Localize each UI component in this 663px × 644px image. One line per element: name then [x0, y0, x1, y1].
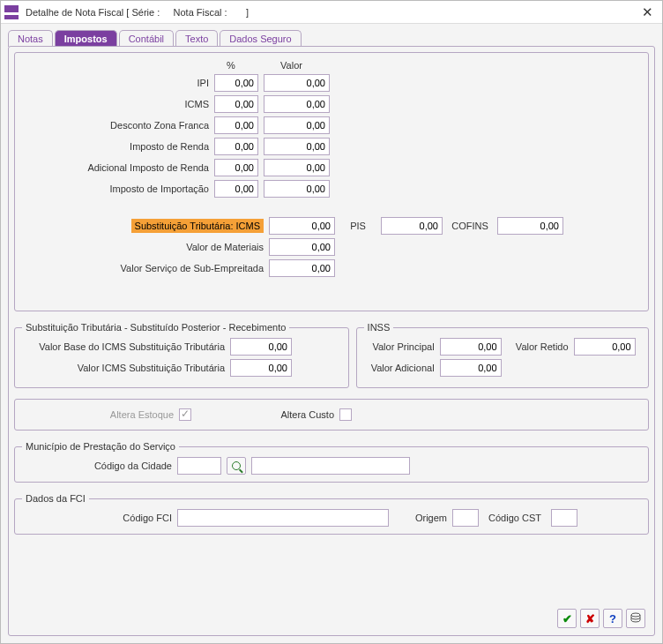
input-origem[interactable]	[452, 509, 479, 527]
group-st-posterior: Substituição Tributária - Substituído Po…	[14, 322, 349, 388]
label-st-icms: Substituição Tributária: ICMS	[131, 219, 264, 233]
svg-point-0	[631, 613, 640, 617]
label-codigo-fci: Código FCI	[22, 513, 172, 523]
label-st-icms-val: Valor ICMS Substituição Tributária	[22, 363, 225, 373]
label-cofins: COFINS	[448, 221, 492, 231]
label-codigo-cst: Código CST	[484, 513, 546, 523]
label-inss-retido: Valor Retido	[507, 341, 569, 352]
input-pis-valor[interactable]	[381, 217, 443, 235]
input-desc-zf-pct[interactable]	[214, 116, 258, 134]
input-st-base[interactable]	[230, 338, 292, 356]
label-ii: Imposto de Importação	[24, 183, 209, 194]
input-inss-adicional[interactable]	[440, 359, 502, 377]
window-title: Detalhe de Nota Fiscal [ Série : Nota Fi…	[26, 7, 637, 18]
input-desc-zf-valor[interactable]	[264, 116, 330, 134]
ok-button[interactable]: ✔	[557, 609, 577, 628]
app-icon	[4, 5, 19, 19]
lookup-cidade-button[interactable]	[227, 457, 246, 475]
input-st-icms-valor[interactable]	[269, 217, 335, 235]
legend-st-posterior: Substituição Tributária - Substituído Po…	[22, 322, 289, 333]
input-valor-servico[interactable]	[269, 259, 335, 277]
sql-button[interactable]	[626, 609, 645, 628]
tab-impostos[interactable]: Impostos	[55, 30, 117, 47]
label-inss-adicional: Valor Adicional	[364, 363, 435, 373]
magnifier-icon	[232, 461, 241, 470]
label-valor-materiais: Valor de Materiais	[24, 242, 264, 252]
input-ii-pct[interactable]	[214, 180, 258, 198]
button-bar: ✔ ✘ ?	[557, 609, 645, 628]
input-codigo-cidade[interactable]	[177, 457, 221, 475]
input-valor-materiais[interactable]	[269, 238, 335, 256]
input-ipi-valor[interactable]	[264, 74, 330, 92]
tab-panel-impostos: % Valor IPI ICMS Desconto Zona Franca Im	[8, 46, 655, 636]
tab-contabil[interactable]: Contábil	[119, 30, 174, 47]
header-pct: %	[209, 60, 253, 71]
header-valor: Valor	[258, 60, 324, 71]
input-ii-valor[interactable]	[264, 180, 330, 198]
legend-inss: INSS	[364, 322, 394, 333]
help-button[interactable]: ?	[603, 609, 622, 628]
input-icms-pct[interactable]	[214, 95, 258, 113]
label-inss-principal: Valor Principal	[364, 341, 435, 352]
close-icon[interactable]: ✕	[637, 4, 659, 20]
label-origem: Origem	[394, 513, 447, 523]
input-inss-principal[interactable]	[440, 338, 502, 356]
tabbar: Notas Impostos Contábil Texto Dados Segu…	[1, 24, 662, 46]
checkbox-altera-estoque[interactable]	[179, 408, 191, 421]
label-altera-custo: Altera Custo	[264, 409, 334, 420]
label-ipi: IPI	[24, 78, 209, 88]
legend-fci: Dados da FCI	[22, 493, 89, 504]
input-adic-ir-valor[interactable]	[264, 159, 330, 176]
input-nome-cidade[interactable]	[251, 457, 410, 475]
input-inss-retido[interactable]	[574, 338, 636, 356]
legend-municipio: Município de Prestação do Serviço	[22, 441, 179, 452]
label-ir: Imposto de Renda	[24, 141, 209, 152]
input-ir-pct[interactable]	[214, 138, 258, 155]
label-icms: ICMS	[24, 99, 209, 109]
tab-dados-seguro[interactable]: Dados Seguro	[220, 30, 301, 47]
input-codigo-cst[interactable]	[551, 509, 577, 527]
label-adic-ir: Adicional Imposto de Renda	[24, 162, 209, 173]
input-codigo-fci[interactable]	[177, 509, 389, 527]
tab-texto[interactable]: Texto	[175, 30, 218, 47]
checkbox-altera-custo[interactable]	[339, 408, 352, 421]
label-desc-zf: Desconto Zona Franca	[24, 120, 209, 131]
titlebar: Detalhe de Nota Fiscal [ Série : Nota Fi…	[1, 1, 662, 24]
label-st-base: Valor Base do ICMS Substituição Tributár…	[22, 341, 225, 352]
database-icon	[629, 612, 642, 625]
input-adic-ir-pct[interactable]	[214, 159, 258, 176]
input-ir-valor[interactable]	[264, 138, 330, 155]
input-icms-valor[interactable]	[264, 95, 330, 113]
label-valor-servico: Valor Serviço de Sub-Empreitada	[24, 263, 264, 273]
input-st-icms-val[interactable]	[230, 359, 292, 377]
tab-notas[interactable]: Notas	[8, 30, 53, 47]
input-cofins-valor[interactable]	[497, 217, 563, 235]
input-ipi-pct[interactable]	[214, 74, 258, 92]
label-codigo-cidade: Código da Cidade	[22, 461, 172, 471]
group-inss: INSS Valor Principal Valor Retido Valor …	[356, 322, 649, 388]
group-municipio: Município de Prestação do Serviço Código…	[14, 441, 649, 483]
label-pis: PIS	[340, 221, 376, 231]
group-fci: Dados da FCI Código FCI Origem Código CS…	[14, 493, 649, 535]
label-altera-estoque: Altera Estoque	[24, 409, 174, 420]
window: Detalhe de Nota Fiscal [ Série : Nota Fi…	[0, 0, 663, 644]
cancel-button[interactable]: ✘	[580, 609, 600, 628]
